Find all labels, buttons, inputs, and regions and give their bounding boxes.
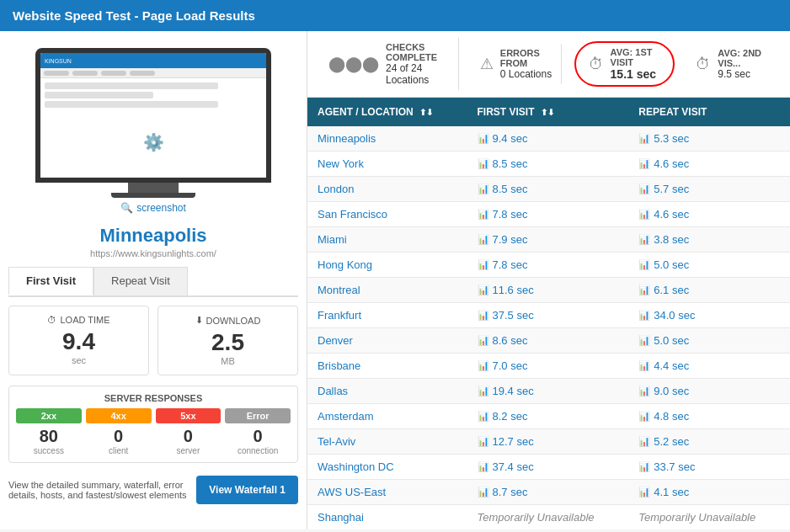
avg1-value: 15.1 sec — [611, 67, 661, 81]
first-visit-link[interactable]: 📊 8.2 sec — [478, 410, 619, 423]
location-link[interactable]: Dallas — [318, 385, 348, 397]
first-visit-link[interactable]: 📊 9.4 sec — [478, 132, 619, 145]
location-link[interactable]: Frankfurt — [318, 309, 361, 322]
first-visit-link[interactable]: 📊 11.6 sec — [478, 284, 619, 296]
repeat-visit-link[interactable]: 📊 33.7 sec — [638, 460, 780, 473]
left-panel: KINGSUN ⚙️ — [0, 31, 307, 529]
cell-location: Montreal — [307, 278, 467, 303]
location-link[interactable]: Tel-Aviv — [318, 435, 355, 448]
sort-icon-first[interactable]: ⬆⬇ — [541, 108, 554, 117]
first-visit-link[interactable]: 📊 19.4 sec — [478, 385, 619, 397]
monitor-screen: KINGSUN ⚙️ — [40, 53, 266, 178]
tab-repeat-visit[interactable]: Repeat Visit — [93, 267, 188, 295]
table-row: Amsterdam📊 8.2 sec📊 4.8 sec — [307, 404, 790, 429]
first-visit-link[interactable]: 📊 7.8 sec — [478, 208, 619, 221]
chart-icon: 📊 — [638, 133, 650, 144]
cell-repeat-visit: 📊 4.6 sec — [628, 152, 790, 177]
checks-value: 24 of 24 Locations — [386, 62, 450, 86]
location-link[interactable]: Denver — [318, 334, 353, 347]
first-visit-link[interactable]: 📊 37.4 sec — [478, 460, 619, 473]
repeat-visit-link[interactable]: 📊 4.6 sec — [638, 157, 780, 170]
first-visit-link[interactable]: 📊 8.5 sec — [478, 183, 619, 195]
screen-header: KINGSUN — [40, 53, 266, 68]
location-link[interactable]: Miami — [318, 233, 347, 246]
chart-icon: 📊 — [478, 285, 489, 295]
badge-4xx: 4xx — [86, 408, 152, 423]
first-visit-link[interactable]: 📊 7.8 sec — [478, 258, 619, 271]
badge-error: Error — [225, 408, 291, 423]
cell-location: Dallas — [307, 379, 467, 404]
repeat-visit-link[interactable]: 📊 4.6 sec — [638, 208, 780, 221]
repeat-visit-link[interactable]: 📊 4.4 sec — [638, 359, 780, 372]
table-row: Brisbane📊 7.0 sec📊 4.4 sec — [307, 354, 790, 379]
first-visit-link[interactable]: 📊 7.0 sec — [478, 359, 619, 372]
count-server-num: 0 — [156, 427, 222, 446]
server-responses: SERVER RESPONSES 2xx 4xx 5xx Error 80 su… — [8, 386, 298, 463]
cell-first-visit: Temporarily Unavailable — [467, 505, 629, 530]
cell-location: Frankfurt — [307, 303, 467, 328]
location-link[interactable]: Shanghai — [318, 511, 364, 524]
location-link[interactable]: Amsterdam — [318, 410, 373, 423]
chart-icon: 📊 — [478, 209, 489, 220]
count-connection-label: connection — [225, 446, 291, 455]
cell-repeat-visit: 📊 34.0 sec — [628, 303, 790, 328]
repeat-visit-link[interactable]: 📊 3.8 sec — [638, 233, 780, 246]
chart-icon: 📊 — [638, 411, 650, 422]
checks-complete-item: ⬤⬤⬤ CHECKS COMPLETE 24 of 24 Locations — [320, 38, 459, 90]
content-line — [45, 82, 218, 89]
repeat-visit-link[interactable]: 📊 34.0 sec — [638, 309, 780, 322]
location-link[interactable]: Minneapolis — [318, 132, 376, 145]
repeat-visit-link[interactable]: 📊 9.0 sec — [638, 385, 780, 397]
chart-icon: 📊 — [638, 436, 650, 447]
cell-location: Minneapolis — [307, 126, 467, 152]
bottom-section: View the detailed summary, waterfall, er… — [8, 476, 298, 504]
repeat-visit-link[interactable]: 📊 5.3 sec — [638, 132, 780, 145]
chart-icon: 📊 — [638, 310, 650, 321]
checks-icon: ⬤⬤⬤ — [328, 55, 379, 73]
first-visit-link[interactable]: 📊 8.6 sec — [478, 334, 619, 347]
location-link[interactable]: London — [318, 183, 354, 195]
errors-title: ERRORS FROM — [500, 48, 552, 68]
first-visit-link[interactable]: 📊 7.9 sec — [478, 233, 619, 246]
repeat-visit-link[interactable]: 📊 5.2 sec — [638, 435, 780, 448]
avg2-title: AVG: 2ND VIS... — [718, 48, 769, 68]
location-link[interactable]: AWS US-East — [318, 486, 386, 498]
first-visit-link[interactable]: 📊 8.7 sec — [478, 486, 619, 498]
location-link[interactable]: San Francisco — [318, 208, 387, 221]
waterfall-button[interactable]: View Waterfall 1 — [196, 476, 298, 504]
chart-icon: 📊 — [638, 158, 650, 169]
chart-icon: 📊 — [478, 158, 489, 169]
cell-repeat-visit: 📊 3.8 sec — [628, 227, 790, 253]
location-link[interactable]: Brisbane — [318, 359, 360, 372]
cell-first-visit: 📊 8.6 sec — [467, 328, 629, 354]
first-visit-link[interactable]: 📊 12.7 sec — [478, 435, 619, 448]
screenshot-label: screenshot — [136, 202, 186, 214]
location-url: https://www.kingsunlights.com/ — [8, 248, 298, 258]
chart-icon: 📊 — [478, 386, 489, 396]
location-link[interactable]: Hong Kong — [318, 258, 372, 271]
first-visit-link[interactable]: 📊 8.5 sec — [478, 157, 619, 170]
table-row: Miami📊 7.9 sec📊 3.8 sec — [307, 227, 790, 253]
avg2-icon: ⏱ — [696, 56, 711, 73]
table-row: Washington DC📊 37.4 sec📊 33.7 sec — [307, 455, 790, 480]
repeat-visit-link[interactable]: 📊 5.0 sec — [638, 334, 780, 347]
tab-first-visit[interactable]: First Visit — [8, 267, 93, 295]
first-visit-link[interactable]: 📊 37.5 sec — [478, 309, 619, 322]
load-time-value: 9.4 — [18, 328, 140, 355]
cell-first-visit: 📊 12.7 sec — [467, 429, 629, 455]
search-icon: 🔍 — [120, 202, 133, 214]
sort-icon-location[interactable]: ⬆⬇ — [419, 108, 433, 117]
repeat-visit-link[interactable]: 📊 5.0 sec — [638, 258, 780, 271]
download-value: 2.5 — [167, 329, 289, 356]
location-link[interactable]: Montreal — [318, 284, 360, 296]
screenshot-link[interactable]: 🔍 screenshot — [120, 202, 186, 214]
location-link[interactable]: Washington DC — [318, 460, 394, 473]
repeat-visit-link[interactable]: 📊 4.1 sec — [638, 486, 780, 498]
download-box: ⬇ DOWNLOAD 2.5 MB — [157, 306, 298, 375]
table-row: Montreal📊 11.6 sec📊 6.1 sec — [307, 278, 790, 303]
repeat-visit-link[interactable]: 📊 5.7 sec — [638, 183, 780, 195]
screen-logo: KINGSUN — [45, 58, 72, 64]
repeat-visit-link[interactable]: 📊 6.1 sec — [638, 284, 780, 296]
repeat-visit-link[interactable]: 📊 4.8 sec — [638, 410, 780, 423]
location-link[interactable]: New York — [318, 157, 364, 170]
